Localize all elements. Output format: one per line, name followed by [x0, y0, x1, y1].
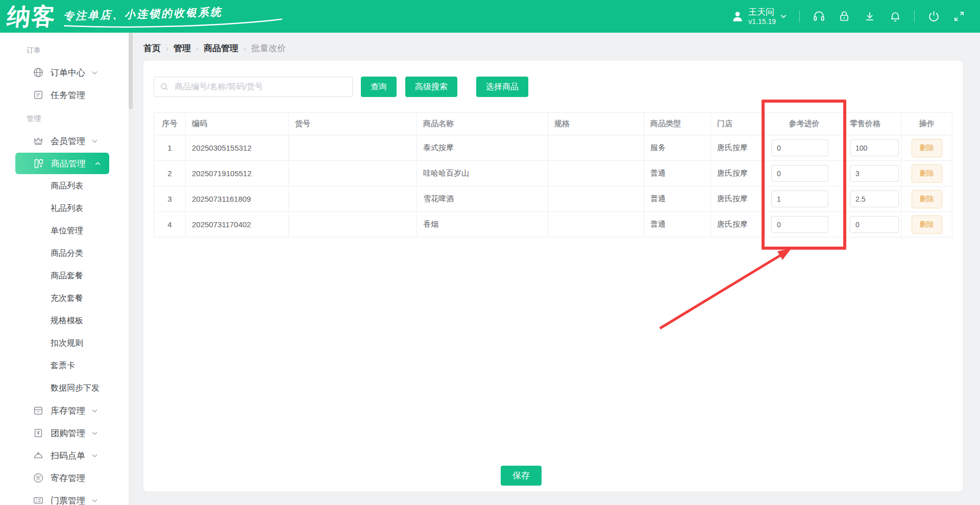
col-header-action: 操作: [901, 113, 952, 135]
delete-button[interactable]: 删除: [912, 215, 942, 234]
fullscreen-icon[interactable]: [952, 10, 966, 23]
sidebar-item-member-management[interactable]: 会员管理: [0, 130, 129, 152]
lock-icon[interactable]: [838, 10, 851, 23]
user-menu[interactable]: 王天问 v1.15.19: [731, 7, 787, 26]
table-header-row: 序号 编码 货号 商品名称 规格 商品类型 门店 参考进价 零售价格 操作: [154, 113, 952, 135]
breadcrumb-home[interactable]: 首页: [143, 42, 161, 54]
ticket-icon: [33, 495, 44, 505]
col-header-item-no: 货号: [289, 113, 417, 135]
user-icon: [731, 10, 744, 23]
sidebar-item-label: 扫码点单: [51, 450, 85, 462]
cell-item-no: [289, 212, 417, 237]
chevron-down-icon: [91, 138, 98, 145]
cell-type: 普通: [644, 161, 711, 186]
topbar-divider: [799, 10, 800, 22]
retail-price-input[interactable]: [850, 190, 899, 207]
cell-store: 唐氏按摩: [711, 135, 765, 161]
col-header-type: 商品类型: [644, 113, 711, 135]
cell-spec: [548, 135, 644, 161]
sidebar-subitem-ticket-card[interactable]: 套票卡: [0, 354, 129, 377]
app-version: v1.15.19: [748, 17, 776, 26]
cell-type: 服务: [644, 135, 711, 161]
cell-name: 泰式按摩: [417, 135, 548, 161]
sidebar-subitem-spec-template[interactable]: 规格模板: [0, 309, 129, 332]
sidebar-subitem-gift-list[interactable]: 礼品列表: [0, 197, 129, 220]
power-icon[interactable]: [927, 10, 940, 23]
scrollbar-thumb[interactable]: [129, 33, 133, 109]
cell-type: 普通: [644, 186, 711, 212]
sidebar-item-deposit-management[interactable]: 寄 寄存管理: [0, 467, 129, 489]
sidebar-subitem-unit-management[interactable]: 单位管理: [0, 220, 129, 242]
retail-price-input[interactable]: [850, 139, 899, 156]
cell-name: 哇哈哈百岁山: [417, 161, 548, 186]
sidebar-subitem-goods-combo[interactable]: 商品套餐: [0, 264, 129, 287]
cell-index: 2: [154, 161, 186, 186]
sidebar-item-scan-order[interactable]: 扫码点单: [0, 444, 129, 467]
ref-price-input[interactable]: [771, 216, 828, 233]
goods-icon: [33, 158, 44, 169]
sidebar-item-goods-management[interactable]: 商品管理: [15, 153, 109, 174]
ref-price-input[interactable]: [771, 139, 828, 156]
table-row: 2 20250719105512 哇哈哈百岁山 普通 唐氏按摩 删除: [154, 161, 952, 186]
cell-retail-price: [844, 212, 901, 237]
ref-price-input[interactable]: [771, 190, 828, 207]
cell-ref-price: [765, 135, 844, 161]
sidebar-item-ticket-management[interactable]: 门票管理: [0, 489, 129, 505]
inventory-icon: [33, 405, 44, 416]
sidebar-subitem-goods-list[interactable]: 商品列表: [0, 175, 129, 197]
cell-type: 普通: [644, 212, 711, 237]
chevron-down-icon: [91, 452, 98, 459]
sidebar-subitem-deduction-rules[interactable]: 扣次规则: [0, 332, 129, 354]
bell-icon[interactable]: [889, 10, 902, 23]
delete-button[interactable]: 删除: [912, 139, 942, 157]
sidebar-item-label: 会员管理: [51, 135, 85, 147]
deposit-icon: 寄: [33, 472, 44, 484]
sidebar-item-label: 门票管理: [51, 495, 85, 505]
cell-store: 唐氏按摩: [711, 186, 765, 212]
cell-store: 唐氏按摩: [711, 161, 765, 186]
cell-spec: [548, 186, 644, 212]
select-goods-button[interactable]: 选择商品: [476, 77, 528, 97]
cell-name: 香烟: [417, 212, 548, 237]
sidebar: 订单 订单中心 任务管理 管理 会员管理: [0, 33, 129, 505]
cell-item-no: [289, 161, 417, 186]
search-input[interactable]: [154, 77, 353, 97]
goods-table: 序号 编码 货号 商品名称 规格 商品类型 门店 参考进价 零售价格 操作 1 …: [154, 112, 952, 237]
retail-price-input[interactable]: [850, 216, 899, 233]
chevron-down-icon: [780, 13, 787, 20]
cell-spec: [548, 161, 644, 186]
chevron-up-icon: [94, 160, 101, 167]
cell-code: 20250731161809: [186, 186, 289, 212]
breadcrumb-separator: ›: [196, 44, 199, 53]
breadcrumb-goods-management[interactable]: 商品管理: [204, 42, 238, 54]
sidebar-subitem-goods-category[interactable]: 商品分类: [0, 242, 129, 264]
sidebar-item-order-center[interactable]: 订单中心: [0, 61, 129, 84]
sidebar-scrollbar[interactable]: [129, 33, 133, 505]
col-header-ref-price: 参考进价: [765, 113, 844, 135]
delete-button[interactable]: 删除: [912, 164, 942, 183]
chevron-down-icon: [91, 69, 98, 76]
sidebar-item-groupbuy-management[interactable]: 团购管理: [0, 422, 129, 444]
headset-icon[interactable]: [812, 10, 825, 23]
sidebar-subitem-data-sync[interactable]: 数据同步下发: [0, 377, 129, 399]
topbar-divider: [914, 10, 915, 22]
delete-button[interactable]: 删除: [912, 190, 942, 208]
sidebar-item-label: 商品管理: [51, 158, 86, 170]
retail-price-input[interactable]: [850, 165, 899, 182]
advanced-search-button[interactable]: 高级搜索: [405, 77, 457, 97]
cell-index: 1: [154, 135, 186, 161]
cell-action: 删除: [901, 186, 952, 212]
ref-price-input[interactable]: [771, 165, 828, 182]
query-button[interactable]: 查询: [361, 77, 397, 97]
sidebar-item-task-management[interactable]: 任务管理: [0, 84, 129, 106]
scan-order-icon: [33, 450, 44, 461]
save-button[interactable]: 保存: [501, 466, 542, 486]
sidebar-item-inventory-management[interactable]: 库存管理: [0, 399, 129, 422]
download-icon[interactable]: [863, 10, 876, 23]
col-header-spec: 规格: [548, 113, 644, 135]
chevron-down-icon: [91, 497, 98, 504]
breadcrumb-management[interactable]: 管理: [174, 42, 191, 54]
cell-action: 删除: [901, 161, 952, 186]
sidebar-subitem-recharge-combo[interactable]: 充次套餐: [0, 287, 129, 309]
cell-code: 20250719105512: [186, 161, 289, 186]
